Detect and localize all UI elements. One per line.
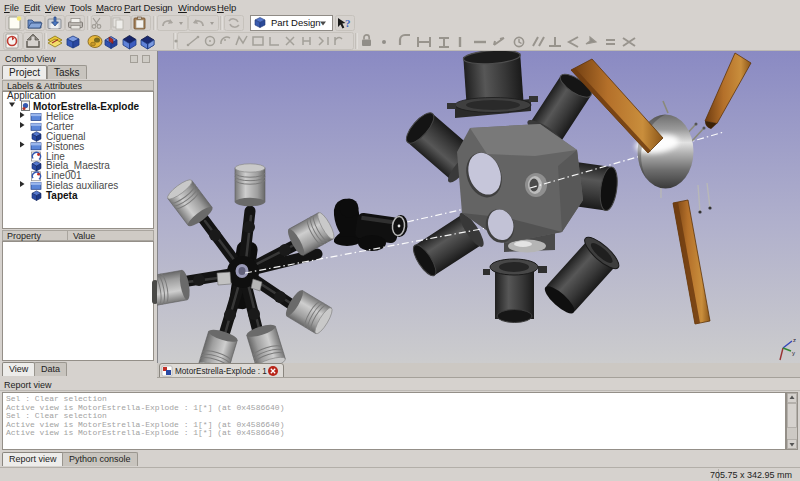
svg-text:?: ?	[345, 17, 351, 29]
svg-text:y: y	[792, 350, 795, 356]
svg-text:z: z	[793, 337, 796, 343]
svg-text:Application: Application	[7, 90, 56, 101]
svg-text:MotorEstrella-Explode : 1: MotorEstrella-Explode : 1	[175, 367, 267, 376]
svg-text:Tapeta: Tapeta	[46, 190, 78, 201]
svg-text:MotorEstrella-Explode: MotorEstrella-Explode	[33, 101, 140, 112]
svg-text:Part Design: Part Design	[271, 17, 321, 28]
